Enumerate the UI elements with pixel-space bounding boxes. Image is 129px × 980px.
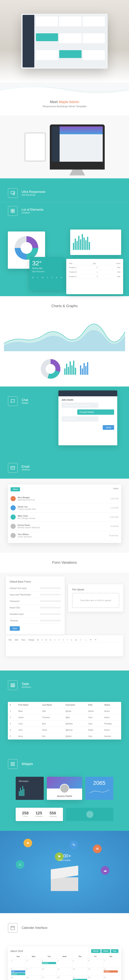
calendar-section-header: Calender Interface xyxy=(0,913,129,943)
cal-day-cell[interactable]: 11 xyxy=(57,967,72,976)
toolbar-btn[interactable]: ≡ xyxy=(62,638,65,641)
inbox-button[interactable]: Inbox xyxy=(11,487,20,492)
cal-day-cell[interactable]: 6 xyxy=(88,959,103,967)
toolbar-btn[interactable]: ↷ xyxy=(94,638,97,641)
email-row[interactable]: Emma DavisWeekly report attached9:30 AM xyxy=(11,522,118,531)
stat-item: 125Followers xyxy=(35,811,43,818)
teal-widget xyxy=(66,808,113,821)
cal-day-cell[interactable]: 10 xyxy=(41,967,57,976)
toolbar-btn[interactable]: A xyxy=(75,638,78,641)
messages-widget: Messages xyxy=(16,777,44,800)
cal-day-cell[interactable]: 17 xyxy=(41,976,57,980)
toolbar-btn[interactable]: ≡ xyxy=(54,638,56,641)
weather-widget: 32° Sunny day San Francisco MTWTFSS xyxy=(29,257,65,290)
toolbar-btn[interactable]: Format xyxy=(28,638,35,641)
email-row[interactable]: Tom WilsonQuick questionYesterday xyxy=(11,531,118,540)
cal-day-cell[interactable]: 2 xyxy=(26,959,41,967)
cal-day-header: Tue xyxy=(41,955,57,959)
toolbar-btn[interactable]: — xyxy=(84,638,88,641)
cal-day-header: Thu xyxy=(72,955,88,959)
cal-day-cell[interactable]: 12 xyxy=(72,967,88,976)
toolbar-btn[interactable]: • xyxy=(66,638,68,641)
hero-section xyxy=(0,0,129,82)
table-row[interactable]: 3LarryBird@twitterUserPending xyxy=(8,721,121,727)
stats-widget: 258Posts125Followers556Following xyxy=(16,808,63,821)
toolbar-btn[interactable]: ⬚ xyxy=(79,638,83,641)
email-icon xyxy=(8,463,18,473)
table-row[interactable]: 2JacobThornton@fatUserActive xyxy=(8,714,121,721)
calendar-widget: March 2016 MonthWeekDay SunMonTueWedThuF… xyxy=(8,947,121,980)
cal-day-cell[interactable]: 20 xyxy=(88,976,103,980)
table-row[interactable]: 4JohnSnow@jsnowEditorActive xyxy=(8,727,121,733)
toolbar-btn[interactable]: Edit xyxy=(14,638,19,641)
ipad-mockup xyxy=(24,132,46,162)
stat-item: 258Posts xyxy=(22,811,29,818)
table-header: Username xyxy=(64,702,86,708)
svg-point-11 xyxy=(13,764,14,766)
calendar-icon xyxy=(8,923,18,933)
toolbar-btn[interactable]: View xyxy=(21,638,26,641)
toolbar-btn[interactable]: 1. xyxy=(70,638,73,641)
feature-elements: Lot of ElementsIncluded xyxy=(8,202,121,220)
toolbar-btn[interactable]: I xyxy=(41,638,43,641)
email-section-header: EmailInterface xyxy=(0,453,129,479)
cal-view-btn[interactable]: Day xyxy=(111,949,118,953)
table-row[interactable]: 5AnnaKim@akimUserInactive xyxy=(8,733,121,740)
cal-day-cell[interactable]: 1 xyxy=(11,959,26,967)
mini-donut-chart xyxy=(41,359,61,379)
form-field-row: Password xyxy=(10,598,61,605)
small-charts-row xyxy=(0,355,129,387)
form-field-row: Input with Placeholder xyxy=(10,592,61,598)
svg-rect-10 xyxy=(11,764,12,766)
cal-day-cell[interactable]: 9 xyxy=(26,967,41,976)
form-field-row: Disabled Input xyxy=(10,611,61,617)
chat-message-out: I'm good thanks! xyxy=(77,409,114,415)
cal-day-cell[interactable]: 21 xyxy=(103,976,118,980)
imac-mockup xyxy=(50,124,105,170)
table-section-header: TableInterfaces xyxy=(0,670,129,696)
chat-send-button[interactable]: Send xyxy=(103,425,114,430)
wave-divider xyxy=(0,82,129,94)
email-row[interactable]: Mike ChenRe: Design review11:05 AM xyxy=(11,512,118,522)
toolbar-btn[interactable]: ↶ xyxy=(89,638,92,641)
toolbar-btn[interactable]: U xyxy=(45,638,48,641)
svg-rect-8 xyxy=(11,762,12,764)
cal-day-cell[interactable]: 3Meeting xyxy=(41,959,57,967)
intro-tagline: Responsive Bootstrap Admin Template xyxy=(4,105,125,108)
svg-rect-9 xyxy=(13,762,14,764)
form-save-button[interactable]: Save xyxy=(10,626,20,631)
email-row[interactable]: Sarah LeeProject update files1:20 PM xyxy=(11,503,118,512)
cal-day-cell[interactable]: 8CallReview xyxy=(11,967,26,976)
email-row[interactable]: Alex MorganMeeting tomorrow2:45 PM xyxy=(11,494,118,503)
charts-title: Charts & Graphs xyxy=(0,296,129,316)
cal-day-cell[interactable]: 16 xyxy=(26,976,41,980)
cal-day-cell[interactable]: 4 xyxy=(57,959,72,967)
cal-view-btn[interactable]: Week xyxy=(101,949,110,953)
intro-text: Meet Maple Admin Responsive Bootstrap Ad… xyxy=(0,94,129,116)
cal-day-cell[interactable]: 15 xyxy=(11,976,26,980)
cal-day-header: Sun xyxy=(11,955,26,959)
responsive-icon xyxy=(8,188,18,198)
wysiwyg-editor: FileEditViewFormatBIUS≡≡≡•1.A⬚—↶↷ xyxy=(6,635,123,656)
cal-day-cell[interactable]: 7 xyxy=(103,959,118,967)
toolbar-btn[interactable]: B xyxy=(37,638,40,641)
data-table: #First NameLast NameUsernameRoleStatus1M… xyxy=(8,702,121,740)
cal-day-cell[interactable]: 5 xyxy=(72,959,88,967)
font-icons-section: ★ ✉ ♫ ☁ ⚑ ✎ 1000+ Font Icons xyxy=(0,831,129,913)
table-header: First Name xyxy=(16,702,40,708)
file-dropzone[interactable]: Drop files here or click to upload xyxy=(72,593,119,608)
toolbar-btn[interactable]: File xyxy=(8,638,13,641)
cal-day-cell[interactable]: 13 xyxy=(88,967,103,976)
svg-rect-4 xyxy=(11,211,13,213)
table-row[interactable]: 1MarkOtto@mdoAdminActive xyxy=(8,708,121,714)
toolbar-btn[interactable]: S xyxy=(49,638,52,641)
cal-view-btn[interactable]: Month xyxy=(91,949,100,953)
cal-day-header: Mon xyxy=(26,955,41,959)
chat-widget-card: John Smith Hey, how are you doing today?… xyxy=(59,390,117,445)
toolbar-btn[interactable]: ≡ xyxy=(58,638,61,641)
cal-day-cell[interactable]: 19Demo xyxy=(72,976,88,980)
cal-day-cell[interactable]: 18 xyxy=(57,976,72,980)
icon-ball: ♫ xyxy=(16,860,24,869)
cal-day-cell[interactable]: 14Launch xyxy=(103,967,118,976)
avatar xyxy=(11,533,16,538)
